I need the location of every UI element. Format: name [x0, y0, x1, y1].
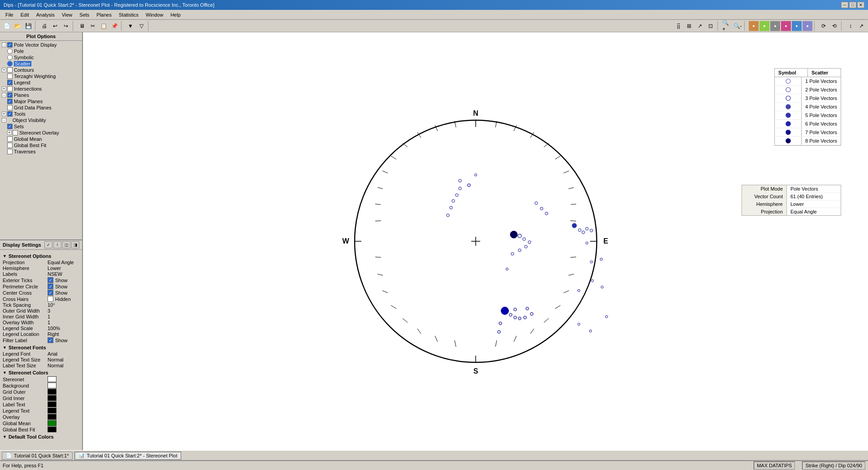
tree-item-terzaghi[interactable]: Terzaghi Weighting [1, 73, 81, 79]
arrow-btn[interactable]: ↗ [856, 21, 866, 31]
filter2-btn[interactable]: ▽ [136, 21, 146, 31]
tree-expand-contours[interactable]: + [2, 68, 6, 72]
tree-checkbox-global-mean[interactable] [7, 136, 13, 142]
tree-item-stereonet-overlay[interactable]: + Stereonet Overlay [1, 130, 81, 136]
ds-paste-btn[interactable]: ◨ [71, 241, 79, 248]
tree-item-traverses[interactable]: Traverses [1, 148, 81, 155]
tree-checkbox-sets[interactable] [7, 124, 13, 129]
setting-swatch-grid-outer[interactable] [48, 389, 56, 395]
tree-item-contours[interactable]: + Contours [1, 67, 81, 73]
tree-checkbox-contours[interactable] [7, 67, 13, 73]
menu-edit[interactable]: Edit [17, 11, 33, 18]
tree-item-sets[interactable]: Sets [1, 123, 81, 130]
tree-item-global-mean[interactable]: Global Mean [1, 136, 81, 142]
tree-checkbox-planes[interactable] [7, 92, 13, 98]
taskbar-btn-1[interactable]: 📄 Tutorial 01 Quick Start:1* [2, 452, 73, 460]
tree-area[interactable]: - Pole Vector Display Pole Symbolic Scat… [0, 41, 82, 239]
tree-item-object-visibility[interactable]: - Object Visibility [1, 117, 81, 123]
color4-btn[interactable]: ● [781, 21, 791, 31]
redo-btn[interactable]: ↪ [61, 21, 71, 31]
setting-checkbox-cross-hairs[interactable] [48, 296, 53, 302]
menu-help[interactable]: Help [167, 11, 184, 18]
tree-item-planes[interactable]: - Planes [1, 92, 81, 98]
zoom-out-btn[interactable]: 🔍- [733, 21, 742, 31]
tree-checkbox-terzaghi[interactable] [7, 74, 13, 79]
filter-btn[interactable]: ▼ [126, 21, 135, 31]
tree-item-legend[interactable]: Legend [1, 79, 81, 86]
tree-expand-planes[interactable]: - [2, 93, 6, 97]
tree-checkbox-global-best-fit[interactable] [7, 143, 13, 148]
menu-statistics[interactable]: Statistics [115, 11, 142, 18]
setting-swatch-stereonet[interactable] [48, 376, 56, 382]
minimize-btn[interactable]: ─ [841, 2, 848, 8]
color1-btn[interactable]: ● [749, 21, 759, 31]
cut-btn[interactable]: ✂ [88, 21, 98, 31]
tree-radio-scatter[interactable] [7, 61, 13, 66]
setting-checkbox-filter-label[interactable] [48, 337, 53, 343]
setting-checkbox-perimeter-circle[interactable] [48, 283, 53, 289]
tool1-btn[interactable]: ⟳ [819, 21, 829, 31]
zoom-in-btn[interactable]: 🔍+ [722, 21, 732, 31]
print-btn[interactable]: 🖨 [39, 21, 49, 31]
tree-checkbox-grid-data-planes[interactable] [7, 105, 13, 110]
tree-item-intersections[interactable]: + Intersections [1, 86, 81, 92]
menu-analysis[interactable]: Analysis [33, 11, 58, 18]
new-btn[interactable]: 📄 [2, 21, 12, 31]
color6-btn[interactable]: ● [803, 21, 812, 31]
setting-swatch-label-text[interactable] [48, 401, 56, 407]
ds-warn-btn[interactable]: ! [53, 241, 61, 248]
setting-checkbox-center-cross[interactable] [48, 290, 53, 296]
tree-expand-tools[interactable]: + [2, 112, 6, 116]
table-btn[interactable]: ⊞ [684, 21, 694, 31]
menu-window[interactable]: Window [142, 11, 167, 18]
undo-btn[interactable]: ↩ [50, 21, 60, 31]
paste-btn[interactable]: 📌 [109, 21, 119, 31]
close-btn[interactable]: ✕ [857, 2, 864, 8]
menu-view[interactable]: View [58, 11, 76, 18]
tree-item-grid-data-planes[interactable]: Grid Data Planes [1, 104, 81, 111]
tree-checkbox-stereonet-overlay[interactable] [13, 130, 18, 135]
tree-item-symbolic[interactable]: Symbolic [1, 54, 81, 61]
setting-swatch-legend-text[interactable] [48, 408, 56, 413]
columns-btn[interactable]: ⣿ [673, 21, 683, 31]
color2-btn[interactable]: ● [760, 21, 769, 31]
monitor-btn[interactable]: 🖥 [77, 21, 87, 31]
settings-area[interactable]: ▼ Stereonet Options Projection Equal Ang… [0, 250, 82, 450]
tree-expand-pole-vector[interactable]: - [2, 43, 6, 47]
zoom-extent-btn[interactable]: ⊡ [706, 21, 716, 31]
tree-expand-object-visibility[interactable]: - [2, 118, 6, 122]
export-btn[interactable]: ↗ [695, 21, 705, 31]
tree-item-tools[interactable]: + Tools [1, 111, 81, 117]
tree-item-global-best-fit[interactable]: Global Best Fit [1, 142, 81, 148]
tree-checkbox-major-planes[interactable] [7, 99, 13, 104]
tree-item-pole[interactable]: Pole [1, 48, 81, 54]
tree-item-major-planes[interactable]: Major Planes [1, 98, 81, 104]
ds-copy-btn[interactable]: ◫ [62, 241, 70, 248]
tree-checkbox-legend[interactable] [7, 80, 13, 85]
menu-planes[interactable]: Planes [93, 11, 115, 18]
tree-checkbox-traverses[interactable] [7, 149, 13, 154]
tree-item-pole-vector-display[interactable]: - Pole Vector Display [1, 42, 81, 48]
tree-expand-stereonet-overlay[interactable]: + [7, 131, 12, 135]
maximize-btn[interactable]: □ [849, 2, 856, 8]
tree-radio-symbolic[interactable] [7, 55, 13, 60]
setting-swatch-grid-inner[interactable] [48, 395, 56, 401]
color5-btn[interactable]: ● [792, 21, 802, 31]
tree-expand-intersections[interactable]: + [2, 87, 6, 91]
open-btn[interactable]: 📂 [13, 21, 22, 31]
setting-swatch-background[interactable] [48, 383, 56, 388]
tool3-btn[interactable]: ↕ [846, 21, 855, 31]
ds-check-btn[interactable]: ✓ [44, 241, 52, 248]
taskbar-btn-2[interactable]: 📊 Tutorial 01 Quick Start:2* - Stereonet… [74, 452, 181, 460]
setting-swatch-global-best-fit[interactable] [48, 426, 56, 432]
setting-swatch-global-mean[interactable] [48, 420, 56, 426]
save-btn[interactable]: 💾 [23, 21, 33, 31]
menu-sets[interactable]: Sets [76, 11, 93, 18]
tool2-btn[interactable]: ⟲ [829, 21, 839, 31]
copy-btn[interactable]: 📋 [99, 21, 108, 31]
tree-checkbox-pole-vector[interactable] [7, 42, 13, 48]
setting-swatch-overlay[interactable] [48, 414, 56, 420]
setting-checkbox-exterior-ticks[interactable] [48, 277, 53, 283]
tree-checkbox-tools[interactable] [7, 111, 13, 117]
tree-radio-pole[interactable] [7, 48, 13, 54]
